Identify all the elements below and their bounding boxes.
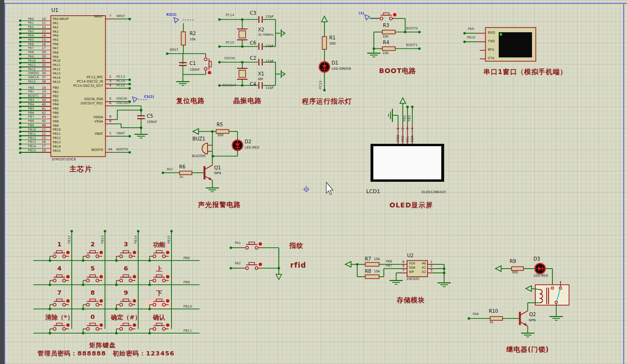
led-ref: D1 bbox=[332, 60, 338, 65]
crystal-value: 32.768KHz bbox=[258, 33, 274, 37]
led-d2[interactable] bbox=[232, 140, 243, 150]
capacitor-c4[interactable] bbox=[259, 82, 262, 89]
pin-number: 43 bbox=[42, 115, 46, 119]
terminal-pin-label: RXD bbox=[488, 31, 495, 35]
pin-number: 16 bbox=[42, 42, 46, 46]
net-label: PB14 bbox=[28, 144, 36, 148]
chip-pin-label: PB6 bbox=[53, 111, 61, 115]
net-label: PA2 bbox=[28, 25, 34, 29]
led-ref: D2 bbox=[245, 139, 251, 144]
junction-dot bbox=[48, 332, 51, 334]
relay-circuit bbox=[467, 263, 569, 337]
resistor-r9[interactable] bbox=[512, 267, 523, 271]
capacitor-value: 12pF bbox=[266, 15, 274, 19]
keypad-button[interactable] bbox=[50, 323, 70, 330]
buzzer-symbol[interactable] bbox=[202, 143, 208, 154]
chip-pin-label: PB15 bbox=[53, 149, 61, 153]
keypad-button[interactable] bbox=[83, 275, 103, 282]
chip-pin-row: PB6 42 bbox=[20, 111, 51, 115]
resistor-r1[interactable] bbox=[323, 37, 327, 49]
keypad-button[interactable] bbox=[116, 251, 136, 258]
terminal-pin-label: RTS bbox=[488, 48, 494, 52]
chip-pin-label: PA1 bbox=[53, 21, 68, 26]
keypad-button[interactable] bbox=[83, 323, 103, 330]
oled-pin-label: GND bbox=[397, 135, 400, 142]
keypad-button[interactable] bbox=[50, 251, 70, 258]
transistor-q1[interactable] bbox=[204, 165, 213, 180]
resistor-r2[interactable] bbox=[181, 32, 186, 45]
resistor-r7[interactable] bbox=[365, 262, 379, 266]
resistor-r8[interactable] bbox=[365, 275, 379, 279]
chip-pin-row: PA8 29 bbox=[20, 50, 51, 55]
keypad-button[interactable] bbox=[116, 323, 136, 330]
ground-icon bbox=[521, 333, 534, 337]
pin-number: 18 bbox=[42, 86, 46, 90]
chip-pin-label: PB4 bbox=[53, 103, 61, 107]
resistor-r3[interactable] bbox=[382, 30, 395, 34]
voltage-probe-icon[interactable] bbox=[133, 97, 137, 102]
chip-pin-label: PB12 bbox=[53, 136, 61, 140]
keypad-button[interactable] bbox=[150, 275, 170, 282]
probe-label: C5(2) bbox=[144, 95, 154, 99]
led-ref: D3 bbox=[533, 256, 540, 261]
canvas-edge bbox=[0, 0, 4, 364]
chip-inner-labels-pb: PB0PB1PB2PB3PB4PB5PB6PB7PB8PB9PB10PB11PB… bbox=[53, 86, 61, 153]
chip-pin-row: BOOT1 20 bbox=[20, 94, 51, 98]
pin-number: 3 bbox=[106, 80, 114, 84]
chip-pin-row: PB10 21 bbox=[20, 127, 51, 131]
eeprom-part: 24C02C bbox=[407, 278, 420, 281]
keypad-key-label: 8 bbox=[76, 289, 109, 296]
pin-number: 7 bbox=[402, 269, 404, 273]
pin-number: 2 bbox=[106, 75, 114, 79]
resistor-r10[interactable] bbox=[490, 317, 503, 320]
pin-number: 28 bbox=[42, 149, 46, 152]
net-label: PA4 bbox=[28, 34, 34, 37]
chip-pin-label: PB14 bbox=[53, 145, 61, 149]
resistor-r4[interactable] bbox=[382, 47, 395, 51]
transistor-ref: Q2 bbox=[529, 312, 536, 317]
resistor-r5[interactable] bbox=[216, 130, 229, 133]
oled-screen bbox=[373, 146, 441, 179]
reset-button[interactable] bbox=[204, 55, 211, 75]
capacitor-c6[interactable] bbox=[259, 43, 262, 50]
keypad-button[interactable] bbox=[83, 299, 103, 306]
chip-pin-label: PA4 bbox=[53, 34, 68, 38]
capacitor-c3[interactable] bbox=[259, 16, 262, 23]
crystal-ref: X2 bbox=[258, 27, 264, 32]
chip-pin-label: PB3 bbox=[53, 99, 61, 103]
net-label: PA0 bbox=[28, 17, 34, 21]
resistor-r6[interactable] bbox=[180, 171, 192, 175]
voltage-probe-icon[interactable] bbox=[174, 18, 179, 23]
capacitor-c5[interactable] bbox=[137, 116, 145, 119]
ground-icon bbox=[550, 317, 563, 320]
pin-number: 21 bbox=[42, 128, 46, 131]
relay-body[interactable] bbox=[535, 285, 569, 305]
led-d3[interactable] bbox=[535, 263, 545, 274]
transistor-q2[interactable] bbox=[519, 311, 528, 326]
keypad-button[interactable] bbox=[50, 299, 70, 306]
chip-pin-row: PA7 17 bbox=[20, 46, 51, 50]
voltage-probe-icon[interactable] bbox=[365, 15, 370, 20]
keypad-button[interactable] bbox=[150, 251, 170, 258]
rfid-button[interactable] bbox=[242, 262, 262, 270]
keypad-button[interactable] bbox=[50, 275, 70, 282]
crystal-x2[interactable] bbox=[237, 29, 247, 40]
capacitor-c2[interactable] bbox=[259, 59, 262, 65]
chip-pin-row: PB12 25 bbox=[20, 136, 51, 140]
fingerprint-button[interactable] bbox=[242, 242, 262, 249]
buzzer-ref: BUZ1 bbox=[192, 136, 205, 141]
boot-switch[interactable] bbox=[377, 13, 397, 20]
junction-dot bbox=[70, 230, 73, 232]
net-label: SWCLK bbox=[28, 75, 39, 79]
pin-number: 40 bbox=[42, 103, 46, 106]
resistor-value: 1k bbox=[179, 176, 183, 179]
chip-pin-label: NRST bbox=[61, 15, 103, 19]
keypad-button[interactable] bbox=[83, 251, 103, 258]
net-label: OSCIN bbox=[116, 97, 127, 101]
keypad-button[interactable] bbox=[116, 299, 136, 306]
crystal-x1[interactable] bbox=[237, 68, 247, 79]
keypad-button[interactable] bbox=[116, 275, 136, 282]
oled-part: OLED12864I2C bbox=[421, 191, 446, 195]
keypad-button[interactable] bbox=[150, 323, 170, 330]
led-d1[interactable] bbox=[319, 62, 330, 72]
